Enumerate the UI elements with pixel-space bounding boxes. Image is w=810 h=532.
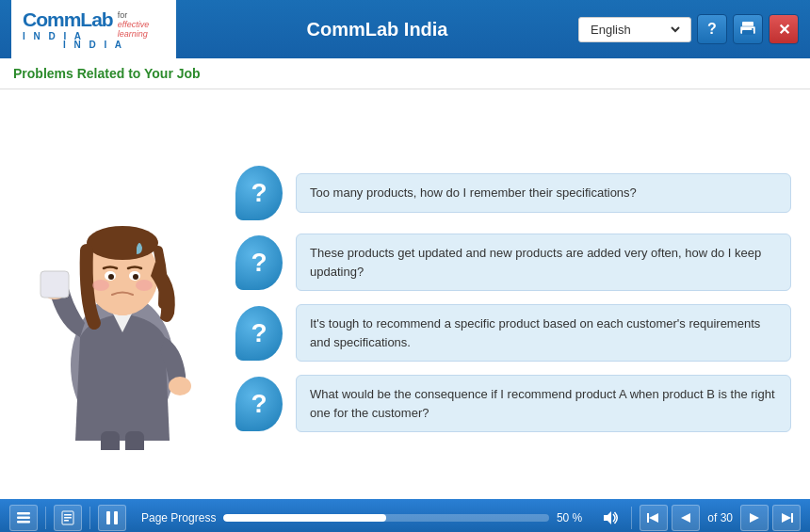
character-area [19, 108, 226, 490]
prev-prev-icon [647, 511, 660, 524]
logo-for: for [118, 10, 165, 20]
divider-2 [89, 507, 90, 529]
svg-point-3 [752, 28, 753, 30]
footer-nav: of 30 [640, 505, 801, 531]
svg-marker-32 [750, 513, 759, 523]
volume-icon [602, 509, 619, 526]
print-button[interactable] [733, 14, 763, 44]
logo-area: CommLab I N D I A for effective learning… [11, 0, 176, 58]
question-bubble-4: ? [235, 377, 283, 431]
svg-rect-2 [742, 30, 753, 35]
help-button[interactable]: ? [697, 14, 727, 44]
question-text-1: Too many products, how do I remember the… [296, 173, 791, 213]
svg-rect-24 [64, 517, 72, 519]
question-item-2: ? These products get updated and new pro… [235, 234, 791, 291]
divider-1 [45, 507, 46, 529]
menu-icon [16, 510, 31, 525]
next-next-icon [780, 511, 793, 524]
svg-point-7 [87, 226, 158, 260]
prev-icon [679, 511, 692, 524]
svg-rect-17 [101, 431, 120, 450]
svg-marker-31 [681, 513, 690, 523]
logo-commlab: CommLab [23, 8, 113, 31]
language-dropdown[interactable]: English [587, 22, 683, 38]
svg-point-12 [92, 280, 109, 291]
svg-rect-19 [17, 512, 30, 515]
question-bubble-3: ? [235, 306, 283, 361]
next-next-button[interactable] [772, 505, 801, 531]
svg-point-11 [133, 274, 138, 280]
svg-point-13 [136, 280, 153, 291]
pause-button[interactable] [98, 505, 126, 531]
svg-rect-29 [647, 513, 649, 523]
svg-rect-21 [17, 521, 30, 524]
svg-rect-25 [64, 520, 69, 522]
svg-marker-33 [782, 513, 791, 523]
svg-marker-28 [604, 511, 611, 524]
header-title: CommLab India [176, 19, 578, 40]
question-text-3: It's tough to recommend a specific produ… [296, 304, 791, 362]
language-selector[interactable]: English [578, 17, 691, 42]
subheader-title: Problems Related to Your Job [13, 66, 201, 81]
logo-tagline: effective learning [118, 20, 165, 39]
question-text-2: These products get updated and new produ… [296, 234, 791, 291]
progress-percent: 50 % [557, 511, 582, 524]
notes-button[interactable] [54, 505, 82, 531]
header-controls: English ? ✕ [578, 14, 799, 44]
progress-label: Page Progress [141, 511, 216, 524]
svg-rect-34 [791, 513, 793, 523]
question-item-1: ? Too many products, how do I remember t… [235, 166, 791, 220]
question-bubble-2: ? [235, 235, 283, 290]
progress-bar-track[interactable] [223, 514, 549, 522]
question-bubble-1: ? [235, 166, 283, 220]
notes-icon [60, 510, 75, 525]
header: CommLab I N D I A for effective learning… [0, 0, 810, 58]
prev-prev-button[interactable] [640, 505, 668, 531]
svg-marker-30 [649, 513, 658, 523]
progress-bar-fill [223, 514, 386, 522]
pause-icon [105, 510, 119, 525]
main-content: ? Too many products, how do I remember t… [0, 89, 810, 499]
svg-point-10 [108, 274, 114, 280]
page-info: of 30 [707, 511, 733, 524]
footer: Page Progress 50 % of 30 [0, 499, 810, 532]
close-button[interactable]: ✕ [769, 14, 799, 44]
svg-rect-18 [125, 431, 144, 450]
prev-button[interactable] [672, 505, 700, 531]
subheader: Problems Related to Your Job [0, 58, 810, 89]
svg-rect-20 [17, 517, 30, 520]
divider-3 [631, 507, 632, 529]
logo-india-letters: I N D I A [63, 40, 124, 50]
menu-button[interactable] [9, 505, 38, 531]
svg-rect-27 [114, 511, 118, 524]
questions-area: ? Too many products, how do I remember t… [226, 108, 791, 490]
question-item-4: ? What would be the consequence if I rec… [235, 375, 791, 432]
question-item-3: ? It's tough to recommend a specific pro… [235, 304, 791, 362]
next-button[interactable] [740, 505, 769, 531]
next-icon [748, 511, 761, 524]
svg-point-16 [169, 377, 191, 395]
character-illustration [33, 149, 212, 450]
volume-button[interactable] [597, 505, 624, 531]
svg-rect-23 [64, 514, 72, 516]
print-icon [739, 21, 756, 38]
question-text-4: What would be the consequence if I recom… [296, 375, 791, 432]
svg-rect-15 [40, 271, 69, 298]
progress-area: Page Progress 50 % [141, 511, 582, 524]
svg-rect-26 [106, 511, 110, 524]
